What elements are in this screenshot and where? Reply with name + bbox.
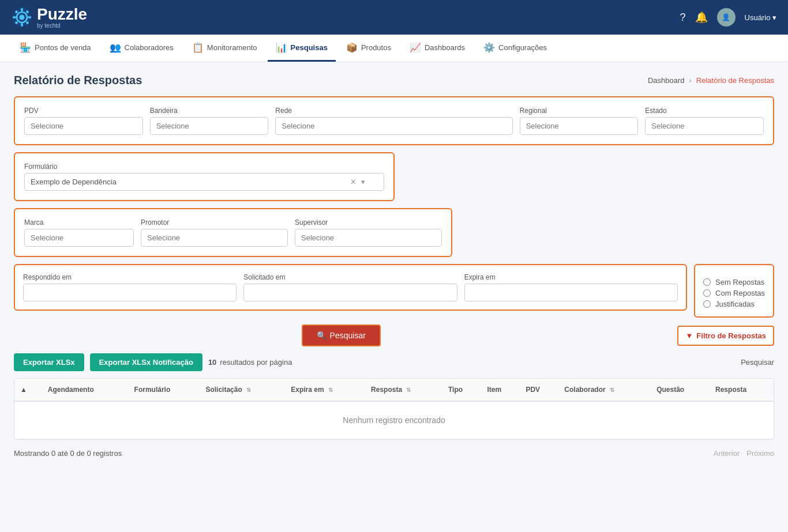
- expira-em-label: Expira em: [464, 273, 678, 281]
- username[interactable]: Usuário ▾: [745, 13, 776, 22]
- results-table: ▲ Agendamento Formulário Solicitação ⇅ E…: [14, 379, 774, 439]
- filtro-com-repostas-radio[interactable]: [703, 289, 711, 297]
- rede-input[interactable]: [275, 117, 512, 135]
- promotor-input[interactable]: [141, 229, 288, 247]
- filtro-justificadas-radio[interactable]: [703, 300, 711, 308]
- pagination-nav: Anterior Próximo: [714, 449, 774, 458]
- bell-icon[interactable]: 🔔: [695, 11, 708, 24]
- export-xlsx-button[interactable]: Exportar XLSx: [14, 353, 84, 371]
- solicitado-em-label: Solicitado em: [243, 273, 457, 281]
- formulario-select-container: Exemplo de Dependência ✕ ▾: [24, 173, 384, 191]
- col-agendamento[interactable]: Agendamento: [42, 379, 129, 401]
- col-tipo-label: Tipo: [448, 386, 463, 394]
- marca-input[interactable]: [24, 229, 134, 247]
- expira-em-input[interactable]: [464, 284, 678, 301]
- top-nav: Puzzle by techtd ? 🔔 👤 Usuário ▾: [0, 0, 788, 35]
- col-expira-label: Expira em: [291, 386, 324, 394]
- sort-up-icon: ▲: [20, 386, 27, 394]
- col-formulario: Formulário: [129, 379, 200, 401]
- secondary-nav: 🏪 Pontos de venda 👥 Colaboradores 📋 Moni…: [0, 35, 788, 62]
- col-formulario-label: Formulário: [134, 386, 171, 394]
- pagination-showing: Mostrando 0 até 0 de 0 registros: [14, 449, 122, 458]
- help-icon[interactable]: ?: [680, 12, 686, 24]
- col-colaborador[interactable]: Colaborador ⇅: [558, 379, 651, 401]
- sidebar-item-colaboradores[interactable]: 👥 Colaboradores: [102, 35, 182, 62]
- produtos-icon: 📦: [346, 42, 358, 53]
- sort-icon-expira: ⇅: [328, 387, 333, 393]
- svg-rect-2: [21, 8, 23, 12]
- pdv-icon: 🏪: [20, 42, 31, 53]
- regional-label: Regional: [520, 107, 639, 115]
- formulario-value: Exemplo de Dependência: [31, 178, 117, 186]
- estado-input[interactable]: [645, 117, 764, 135]
- sidebar-item-monitoramento[interactable]: 📋 Monitoramento: [184, 35, 265, 62]
- filter-row3: Marca Promotor Supervisor: [14, 208, 452, 257]
- breadcrumb-current: Relatório de Respostas: [696, 76, 774, 85]
- proximo-button[interactable]: Próximo: [746, 449, 774, 458]
- col-solicitacao[interactable]: Solicitação ⇅: [200, 379, 285, 401]
- col-item: Item: [482, 379, 520, 401]
- search-btn-area: 🔍 Pesquisar: [14, 325, 668, 346]
- no-records-row: Nenhum registro encontrado: [14, 401, 774, 439]
- formulario-dropdown-arrow: ▾: [361, 178, 365, 186]
- date-inputs-group: Respondido em Solicitado em Expira em: [14, 264, 687, 311]
- filtro-respostas-button-container: ▼ Filtro de Respostas: [677, 326, 774, 346]
- pdv-input[interactable]: [24, 117, 143, 135]
- solicitado-em-group: Solicitado em: [243, 273, 457, 301]
- pesquisas-icon: 📊: [276, 42, 287, 53]
- breadcrumb-links: Dashboard › Relatório de Respostas: [648, 76, 774, 85]
- results-table-wrapper: ▲ Agendamento Formulário Solicitação ⇅ E…: [14, 378, 774, 440]
- filtro-respostas-button[interactable]: ▼ Filtro de Respostas: [685, 331, 766, 340]
- breadcrumb-dashboard[interactable]: Dashboard: [648, 76, 685, 85]
- anterior-button[interactable]: Anterior: [714, 449, 740, 458]
- sidebar-item-pesquisas[interactable]: 📊 Pesquisas: [268, 35, 336, 62]
- col-questao: Questão: [651, 379, 710, 401]
- pesquisar-button[interactable]: 🔍 Pesquisar: [302, 325, 381, 346]
- per-page-text: resultados por página: [220, 358, 292, 367]
- supervisor-input[interactable]: [295, 229, 442, 247]
- dashboards-icon: 📈: [410, 42, 421, 53]
- pdv-label: PDV: [24, 107, 143, 115]
- filter-row1: PDV Bandeira Rede Regional Estado: [14, 96, 774, 145]
- col-expira[interactable]: Expira em ⇅: [285, 379, 365, 401]
- filtro-com-repostas: Com Repostas: [703, 289, 765, 297]
- bandeira-input[interactable]: [150, 117, 269, 135]
- sidebar-item-dashboards[interactable]: 📈 Dashboards: [401, 35, 473, 62]
- formulario-select[interactable]: Exemplo de Dependência ✕ ▾: [24, 173, 384, 191]
- sidebar-item-pdv[interactable]: 🏪 Pontos de venda: [12, 35, 99, 62]
- regional-input[interactable]: [520, 117, 639, 135]
- filtro-sem-repostas-radio[interactable]: [703, 278, 711, 286]
- filter-row1-inputs: PDV Bandeira Rede Regional Estado: [24, 107, 764, 135]
- svg-rect-4: [13, 16, 16, 18]
- breadcrumb: Relatório de Respostas Dashboard › Relat…: [14, 74, 774, 87]
- col-pdv: PDV: [520, 379, 558, 401]
- col-resposta[interactable]: Resposta ⇅: [365, 379, 442, 401]
- col-colaborador-label: Colaborador: [564, 386, 605, 394]
- table-header: ▲ Agendamento Formulário Solicitação ⇅ E…: [14, 379, 774, 401]
- col-agendamento-label: Agendamento: [48, 386, 94, 394]
- top-nav-right: ? 🔔 👤 Usuário ▾: [680, 8, 776, 27]
- formulario-clear-btn[interactable]: ✕: [350, 178, 357, 186]
- avatar[interactable]: 👤: [717, 8, 736, 27]
- rede-label: Rede: [275, 107, 512, 115]
- filtro-justificadas: Justificadas: [703, 300, 765, 308]
- svg-point-10: [20, 15, 25, 20]
- export-notif-button[interactable]: Exportar XLSx Notificação: [90, 353, 202, 371]
- filter-row4: Respondido em Solicitado em Expira em Se…: [14, 264, 774, 318]
- col-item-label: Item: [487, 386, 502, 394]
- filter-row2: Formulário Exemplo de Dependência ✕ ▾: [14, 152, 395, 201]
- solicitado-em-input[interactable]: [243, 284, 457, 301]
- respondido-em-label: Respondido em: [23, 273, 237, 281]
- promotor-label: Promotor: [141, 218, 288, 227]
- sidebar-item-configuracoes[interactable]: ⚙️ Configurações: [475, 35, 555, 62]
- configuracoes-icon: ⚙️: [483, 42, 495, 53]
- per-page: 10 resultados por página: [208, 358, 292, 367]
- respondido-em-input[interactable]: [23, 284, 237, 301]
- pagination-row: Mostrando 0 até 0 de 0 registros Anterio…: [14, 447, 774, 460]
- breadcrumb-separator: ›: [689, 76, 692, 85]
- sidebar-item-produtos[interactable]: 📦 Produtos: [338, 35, 399, 62]
- col-check: ▲: [14, 379, 42, 401]
- promotor-filter-group: Promotor: [141, 218, 288, 247]
- col-tipo: Tipo: [442, 379, 482, 401]
- filtro-btn-area: ▼ Filtro de Respostas: [677, 326, 774, 346]
